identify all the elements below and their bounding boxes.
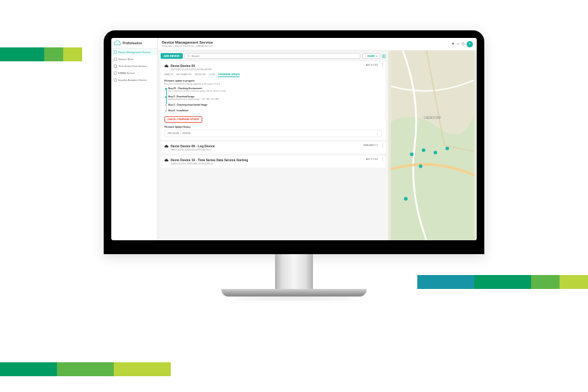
svg-point-19 (404, 197, 408, 201)
more-icon[interactable]: ⋮ (381, 63, 384, 66)
columns-icon[interactable] (382, 54, 386, 58)
search-input[interactable] (192, 54, 358, 58)
history-item[interactable]: 2022-01-03 → 2020.03 ⌄ (164, 130, 382, 137)
monitor-stand-base (221, 289, 367, 297)
tab-firmware-update[interactable]: FIRMWARE UPDATE (218, 73, 240, 77)
device-id: fdba578-b94c-40b8-ad6c-b33e54872bc0 (171, 149, 214, 151)
sidebar-item-label: Service Store (118, 58, 133, 61)
logo[interactable]: Proficloud.io (111, 38, 157, 49)
svg-text:OESDORF: OESDORF (424, 116, 441, 119)
cloud-icon (164, 159, 169, 162)
chevron-down-icon: ⌄ (376, 132, 379, 135)
svg-point-5 (458, 44, 458, 44)
device-type: AXC F 2152 (366, 158, 378, 161)
device-name: Demo Device 09 - Log Device (171, 144, 214, 148)
chart-icon (114, 64, 117, 68)
tab-information[interactable]: INFORMATION (176, 73, 192, 77)
firmware-step-2: Step 3 - Checking downloaded Image (168, 104, 382, 109)
svg-point-18 (419, 164, 422, 168)
cloud-icon (164, 145, 169, 148)
firmware-step-3: Step 4 - Installation (168, 109, 382, 115)
monitor-stand-neck (275, 254, 313, 289)
sidebar-item-label: Device Management Service (118, 51, 150, 54)
device-name: Demo Device 04 (171, 64, 212, 68)
sidebar-item-4[interactable]: Impulse Analytics Service (111, 77, 157, 83)
svg-rect-11 (384, 54, 386, 58)
monitor-frame: Proficloud.io Device Management ServiceS… (104, 30, 484, 297)
device-icon (114, 51, 117, 54)
more-icon[interactable]: ⋮ (381, 157, 384, 161)
firmware-heading: Firmware update in progress (164, 80, 382, 82)
help-icon[interactable]: ? (462, 42, 465, 46)
svg-rect-4 (114, 79, 117, 82)
history-heading: Firmware Update History (164, 126, 382, 128)
cloud-icon (164, 64, 169, 68)
header: Device Management Service Overview > Dem… (158, 38, 477, 51)
bell-icon[interactable] (451, 42, 455, 46)
svg-rect-2 (114, 65, 117, 68)
device-card[interactable]: ⋮Demo Device 09 - Log Devicefdba578-b94c… (161, 142, 386, 154)
step-title: Step 4 - Installation (168, 109, 382, 112)
sidebar-item-3[interactable]: EMMA Service (111, 70, 157, 77)
sidebar-item-2[interactable]: Time Series Data Service (111, 63, 157, 70)
sidebar-item-0[interactable]: Device Management Service (111, 49, 157, 56)
logo-text: Proficloud.io (123, 41, 142, 45)
decorative-stripe-top-left (0, 47, 82, 61)
svg-point-16 (434, 150, 438, 154)
sidebar: Proficloud.io Device Management ServiceS… (111, 38, 158, 240)
svg-line-9 (189, 56, 190, 57)
tab-health[interactable]: HEALTH (164, 73, 173, 77)
svg-rect-1 (114, 58, 117, 61)
svg-point-14 (410, 152, 413, 156)
cancel-firmware-button[interactable]: CANCEL FIRMWARE UPDATE (164, 116, 202, 123)
step-title: Step 3 - Checking downloaded Image (168, 104, 382, 106)
device-card[interactable]: ⋮Demo Device 10 - Time Series Data Servi… (161, 156, 386, 168)
add-device-button[interactable]: ADD DEVICE (161, 53, 183, 59)
firmware-step-0: Step 01 - Checking Environmentwait a mom… (168, 87, 382, 95)
svg-point-17 (446, 147, 450, 150)
step-desc: downloading Firmware Update Image... (28… (168, 98, 382, 101)
history-item-label: 2022-01-03 → 2020.03 (168, 132, 190, 135)
decorative-stripe-bottom-left (0, 362, 171, 376)
svg-point-15 (422, 149, 426, 152)
device-type: EEM-SB371-C (364, 144, 378, 147)
device-card-expanded: ⋮ Demo Device 04 50e24d2f-c1f5-44a4-8523… (161, 61, 386, 140)
svg-rect-0 (114, 51, 117, 54)
svg-rect-10 (383, 54, 384, 58)
step-desc: wait a moment to perform a firmware upda… (168, 90, 382, 92)
svg-text:?: ? (463, 43, 464, 46)
avatar[interactable]: P (467, 41, 473, 47)
device-id: 50e24d2f-c1f5-44a4-8523-4b73be445939 (171, 68, 212, 71)
device-id: 6ab3ec04-b1b2-4200-b899-7e53a453d2cd (171, 162, 248, 165)
search-icon (187, 54, 190, 58)
device-type: AXC F 2152 (366, 64, 378, 66)
gear-icon[interactable] (456, 42, 460, 46)
device-name: Demo Device 10 - Time Series Data Servic… (171, 158, 248, 162)
tab-services[interactable]: SERVICES (195, 73, 206, 77)
sort-label: NAME (367, 54, 375, 58)
sidebar-item-label: Time Series Data Service (118, 64, 147, 68)
sidebar-item-1[interactable]: Service Store (111, 56, 157, 63)
gauge-icon (114, 71, 117, 75)
more-icon[interactable]: ⋮ (381, 143, 384, 147)
breadcrumb: Overview > Demo Device 04 - EMMA Service (162, 44, 451, 47)
analytics-icon (114, 78, 117, 82)
sidebar-item-label: EMMA Service (118, 71, 135, 75)
svg-rect-3 (114, 72, 117, 75)
sidebar-item-label: Impulse Analytics Service (118, 78, 147, 82)
tab-logs[interactable]: LOGS (209, 73, 215, 77)
toolbar: ADD DEVICE ↕ NAME ▾ (161, 53, 386, 59)
map-panel[interactable]: OESDORF (388, 51, 477, 240)
cloud-icon (114, 40, 121, 46)
firmware-step-1: Step 2 - Download Imagedownloading Firmw… (168, 95, 382, 104)
search-input-wrapper[interactable] (185, 53, 361, 59)
sort-dropdown[interactable]: ↕ NAME ▾ (362, 53, 380, 59)
tabs: HEALTHINFORMATIONSERVICESLOGSFIRMWARE UP… (164, 73, 382, 77)
svg-point-8 (187, 55, 189, 57)
cart-icon (114, 58, 117, 61)
firmware-sub: Firmware 2020.03.0 is being updated to F… (164, 83, 382, 85)
